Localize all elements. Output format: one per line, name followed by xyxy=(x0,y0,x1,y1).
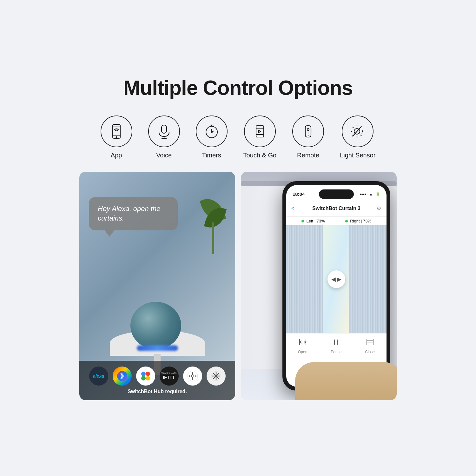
svg-rect-4 xyxy=(162,125,167,133)
app-label: App xyxy=(111,152,122,159)
timers-icon-circle xyxy=(196,116,228,147)
open-icon xyxy=(298,338,307,348)
speech-text: Hey Alexa, open the curtains. xyxy=(98,205,160,222)
echo-dot xyxy=(130,302,184,351)
svg-point-41 xyxy=(192,379,193,380)
close-control[interactable]: Close xyxy=(365,338,375,354)
app-curtain-right xyxy=(349,225,387,333)
page-container: Multiple Control Options App xyxy=(70,63,406,413)
curtain-move-control[interactable]: ◀ ▶ xyxy=(327,270,345,288)
curtain-scene: 18:04 ●●● ▲ 🔋 < SwitchBot Curtain xyxy=(241,172,397,400)
control-icons-row: App Voice xyxy=(79,116,397,159)
light-sensor-label: Light Sensor xyxy=(340,152,375,159)
alexa-logo: alexa xyxy=(89,367,108,386)
svg-point-43 xyxy=(195,375,196,377)
phone-screen: 18:04 ●●● ▲ 🔋 < SwitchBot Curtain xyxy=(286,185,387,387)
page-title: Multiple Control Options xyxy=(79,76,397,100)
svg-point-42 xyxy=(189,375,190,377)
svg-point-19 xyxy=(308,135,309,136)
phone-nav-title: SwitchBot Curtain 3 xyxy=(312,206,360,211)
left-status: Left | 73% xyxy=(301,219,325,223)
plant-decoration xyxy=(200,191,226,254)
echo-sphere xyxy=(130,302,181,349)
control-item-light-sensor: Light Sensor xyxy=(340,116,375,159)
phone-status-row: Left | 73% Right | 73% xyxy=(286,217,387,225)
phone-status-icons: ●●● ▲ 🔋 xyxy=(360,192,380,196)
homekit-logo xyxy=(207,367,226,386)
svg-point-40 xyxy=(192,372,193,374)
voice-label: Voice xyxy=(156,152,172,159)
right-panel: 18:04 ●●● ▲ 🔋 < SwitchBot Curtain xyxy=(241,172,397,400)
right-arrow-icon: ▶ xyxy=(337,276,341,283)
battery-icon: 🔋 xyxy=(375,192,380,196)
logos-bar: alexa xyxy=(79,361,235,400)
svg-point-32 xyxy=(141,376,146,380)
touch-label: Touch & Go xyxy=(243,152,277,159)
pause-icon xyxy=(332,338,340,348)
alexa-speech-bubble: Hey Alexa, open the curtains. xyxy=(89,197,178,231)
open-control[interactable]: Open xyxy=(298,338,307,354)
echo-ring xyxy=(137,345,178,351)
google-logo xyxy=(136,367,155,386)
pause-control[interactable]: Pause xyxy=(331,338,341,354)
phone-body: 18:04 ●●● ▲ 🔋 < SwitchBot Curtain xyxy=(282,181,390,391)
svg-line-26 xyxy=(360,135,361,136)
touch-icon-circle xyxy=(244,116,276,147)
phone-notch xyxy=(319,189,354,199)
svg-point-18 xyxy=(308,132,309,133)
svg-point-12 xyxy=(211,131,212,133)
wifi-icon: ▲ xyxy=(369,192,373,196)
remote-icon-circle xyxy=(292,116,324,147)
control-item-timers: Timers xyxy=(196,116,228,159)
svg-rect-0 xyxy=(113,124,120,138)
svg-point-3 xyxy=(116,136,117,137)
logos-row: alexa xyxy=(86,367,229,386)
control-item-touch: Touch & Go xyxy=(243,116,277,159)
control-item-app: App xyxy=(101,116,132,159)
phone-time: 18:04 xyxy=(293,191,305,197)
hub-required-text: SwitchBot Hub required. xyxy=(86,389,229,394)
hand-decoration xyxy=(295,362,397,400)
svg-point-33 xyxy=(146,376,150,380)
svg-line-25 xyxy=(353,127,354,128)
phone-nav-bar: < SwitchBot Curtain 3 ⚙ xyxy=(286,201,387,217)
phone-container: 18:04 ●●● ▲ 🔋 < SwitchBot Curtain xyxy=(282,181,390,391)
matter-logo xyxy=(183,367,202,386)
pause-label: Pause xyxy=(331,350,341,354)
phone-bottom-controls: Open Pause xyxy=(286,333,387,359)
app-curtain-left xyxy=(286,225,323,333)
signal-icon: ●●● xyxy=(360,192,367,196)
right-status: Right | 73% xyxy=(345,219,372,223)
phone-curtain-display: ◀ ▶ xyxy=(286,225,387,333)
close-label: Close xyxy=(365,350,375,354)
svg-point-29 xyxy=(117,371,127,381)
control-item-voice: Voice xyxy=(148,116,180,159)
remote-label: Remote xyxy=(297,152,319,159)
close-icon xyxy=(366,338,374,348)
voice-icon-circle xyxy=(148,116,180,147)
light-sensor-icon-circle xyxy=(342,116,374,147)
svg-point-30 xyxy=(141,372,146,376)
phone-gear-button[interactable]: ⚙ xyxy=(376,205,381,212)
ifttt-logo: Works withIFTTT xyxy=(160,367,179,386)
phone-back-button[interactable]: < xyxy=(291,206,294,211)
shortcuts-logo xyxy=(113,367,132,386)
svg-point-31 xyxy=(146,372,150,376)
left-arrow-icon: ◀ xyxy=(331,276,336,283)
left-panel: Hey Alexa, open the curtains. alexa xyxy=(79,172,235,400)
control-item-remote: Remote xyxy=(292,116,324,159)
svg-point-17 xyxy=(307,129,309,130)
timers-label: Timers xyxy=(202,152,221,159)
svg-rect-13 xyxy=(256,126,264,137)
bottom-section: Hey Alexa, open the curtains. alexa xyxy=(79,172,397,400)
open-label: Open xyxy=(298,350,307,354)
app-icon-circle xyxy=(101,116,132,147)
